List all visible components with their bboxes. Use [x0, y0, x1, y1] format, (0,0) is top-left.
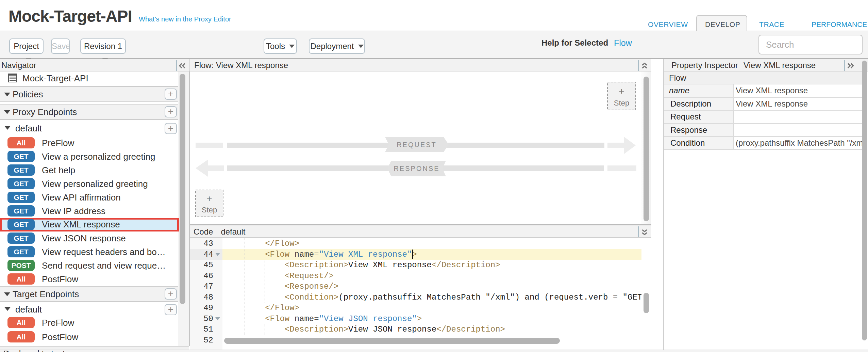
svg-text:Step: Step: [614, 99, 629, 107]
svg-text:Step: Step: [202, 206, 217, 214]
svg-text:+: +: [619, 86, 624, 96]
svg-text:REQUEST: REQUEST: [397, 141, 437, 148]
svg-text:RESPONSE: RESPONSE: [394, 165, 439, 172]
svg-text:+: +: [206, 193, 212, 204]
